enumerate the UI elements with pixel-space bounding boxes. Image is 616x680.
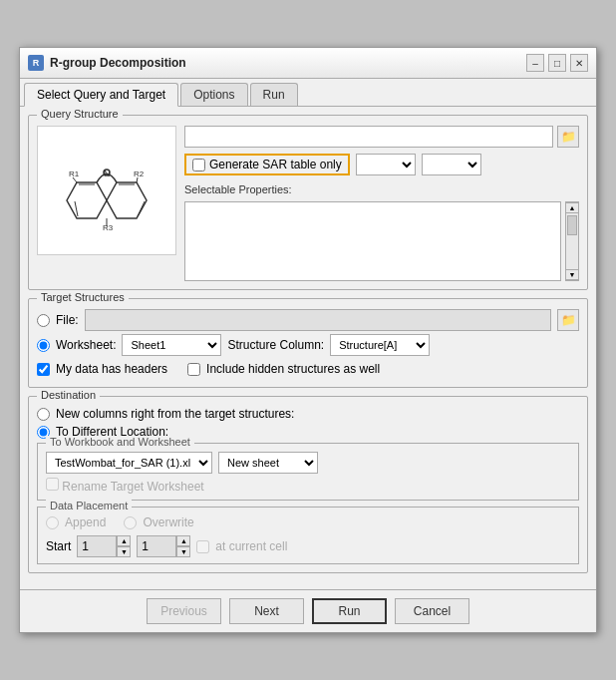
- workbook-worksheet-box: To Workbook and Worksheet TestWombat_for…: [37, 443, 579, 501]
- overwrite-radio[interactable]: [124, 516, 137, 529]
- svg-text:R2: R2: [134, 170, 145, 178]
- rename-target-checkbox[interactable]: [46, 478, 59, 491]
- svg-text:N: N: [104, 169, 111, 178]
- col-spinner-arrows: ▲ ▼: [117, 535, 131, 557]
- row-spinner-arrows: ▲ ▼: [176, 535, 190, 557]
- headers-checkbox[interactable]: [37, 363, 50, 376]
- start-label: Start: [46, 539, 71, 553]
- cancel-button[interactable]: Cancel: [395, 598, 469, 624]
- content-area: Query Structure: [20, 107, 596, 589]
- scroll-up-btn[interactable]: ▲: [565, 202, 579, 213]
- row-up-btn[interactable]: ▲: [176, 535, 190, 546]
- append-radio[interactable]: [46, 516, 59, 529]
- hidden-structures-label: Include hidden structures as well: [206, 362, 380, 376]
- append-overwrite-row: Append Overwrite: [46, 515, 570, 529]
- generate-sar-wrapper: Generate SAR table only: [184, 154, 350, 175]
- scroll-thumb[interactable]: [567, 215, 577, 235]
- generate-sar-row: Generate SAR table only: [184, 154, 579, 175]
- selectable-scrollbar[interactable]: ▲ ▼: [565, 201, 579, 281]
- tab-options[interactable]: Options: [180, 83, 247, 106]
- start-row-input[interactable]: 1: [137, 535, 176, 557]
- file-radio[interactable]: [37, 314, 50, 327]
- col-down-btn[interactable]: ▼: [117, 546, 131, 557]
- query-structure-label: Query Structure: [37, 108, 123, 120]
- data-placement-box: Data Placement Append Overwrite Start 1: [37, 507, 579, 564]
- window-title: R-group Decomposition: [50, 56, 186, 70]
- rename-row: Rename Target Worksheet: [46, 478, 570, 494]
- generate-sar-label: Generate SAR table only: [209, 158, 342, 171]
- svg-text:R1: R1: [69, 170, 80, 178]
- title-bar-left: R R-group Decomposition: [28, 55, 186, 71]
- headers-checkbox-row: My data has headers: [37, 362, 167, 376]
- previous-button[interactable]: Previous: [147, 598, 221, 624]
- worksheet-dropdown[interactable]: Sheet1: [122, 334, 221, 356]
- at-current-cell-label: at current cell: [215, 539, 287, 553]
- query-right-panel: 📁 Generate SAR table only: [184, 126, 579, 281]
- window-controls: – □ ✕: [526, 54, 588, 72]
- row-down-btn[interactable]: ▼: [176, 546, 190, 557]
- maximize-button[interactable]: □: [548, 54, 566, 72]
- sar-dropdown-1[interactable]: [356, 154, 416, 175]
- destination-group: Destination New columns right from the t…: [28, 396, 588, 573]
- minimize-button[interactable]: –: [526, 54, 544, 72]
- run-button[interactable]: Run: [312, 598, 387, 624]
- start-col-input[interactable]: 1: [77, 535, 117, 557]
- close-button[interactable]: ✕: [570, 54, 588, 72]
- next-button[interactable]: Next: [229, 598, 304, 624]
- selectable-properties-area: ▲ ▼: [184, 201, 579, 281]
- row-spinner: 1 ▲ ▼: [137, 535, 190, 557]
- sar-dropdown-2[interactable]: [422, 154, 481, 175]
- structure-column-dropdown[interactable]: Structure[A]: [330, 334, 430, 356]
- worksheet-label: Worksheet:: [56, 338, 116, 352]
- file-path-input[interactable]: [85, 309, 551, 331]
- scroll-down-btn[interactable]: ▼: [565, 269, 579, 280]
- worksheet-radio[interactable]: [37, 339, 50, 352]
- tab-run[interactable]: Run: [250, 83, 298, 106]
- workbook-row: TestWombat_for_SAR (1).xl New sheet Shee…: [46, 452, 570, 474]
- svg-marker-0: [67, 182, 107, 218]
- col-up-btn[interactable]: ▲: [117, 535, 131, 546]
- workbook-dropdown[interactable]: TestWombat_for_SAR (1).xl: [46, 452, 212, 474]
- append-label: Append: [65, 515, 106, 529]
- new-columns-row: New columns right from the target struct…: [37, 407, 579, 421]
- col-spinner: 1 ▲ ▼: [77, 535, 131, 557]
- tab-select-query-target[interactable]: Select Query and Target: [24, 83, 178, 107]
- selectable-properties-list[interactable]: [184, 201, 561, 281]
- start-row: Start 1 ▲ ▼ 1: [46, 535, 570, 557]
- svg-text:R3: R3: [103, 223, 114, 232]
- query-file-row: 📁: [184, 126, 579, 148]
- query-file-input[interactable]: [184, 126, 553, 148]
- target-browse-button[interactable]: 📁: [557, 309, 579, 331]
- header-row: My data has headers Include hidden struc…: [37, 359, 579, 379]
- bottom-bar: Previous Next Run Cancel: [20, 589, 596, 632]
- target-structures-label: Target Structures: [37, 291, 129, 303]
- sheet-dropdown[interactable]: New sheet Sheet1 Sheet2: [218, 452, 318, 474]
- query-structure-inner: N R1 R2 R3 📁: [37, 126, 579, 281]
- data-placement-title: Data Placement: [46, 500, 132, 511]
- worksheet-row: Worksheet: Sheet1 Structure Column: Stru…: [37, 334, 579, 356]
- rename-target-label: Rename Target Worksheet: [62, 480, 203, 494]
- destination-content: New columns right from the target struct…: [37, 407, 579, 564]
- workbook-worksheet-title: To Workbook and Worksheet: [46, 436, 194, 448]
- destination-label: Destination: [37, 389, 100, 401]
- tab-bar: Select Query and Target Options Run: [20, 79, 596, 107]
- new-columns-radio[interactable]: [37, 408, 50, 421]
- file-row: File: 📁: [37, 309, 579, 331]
- title-bar: R R-group Decomposition – □ ✕: [20, 48, 596, 79]
- main-window: R R-group Decomposition – □ ✕ Select Que…: [19, 47, 597, 633]
- molecule-svg: N R1 R2 R3: [47, 131, 166, 250]
- structure-column-label: Structure Column:: [227, 338, 324, 352]
- at-current-cell-checkbox[interactable]: [196, 540, 209, 553]
- file-label: File:: [56, 313, 79, 327]
- generate-sar-checkbox[interactable]: [192, 159, 205, 171]
- hidden-structures-checkbox[interactable]: [187, 363, 200, 376]
- query-browse-button[interactable]: 📁: [557, 126, 579, 148]
- overwrite-label: Overwrite: [143, 515, 193, 529]
- svg-line-5: [138, 201, 145, 216]
- app-icon: R: [28, 55, 44, 71]
- hidden-structures-row: Include hidden structures as well: [187, 362, 380, 376]
- new-columns-label: New columns right from the target struct…: [56, 407, 294, 421]
- svg-marker-3: [107, 182, 147, 218]
- headers-label: My data has headers: [56, 362, 167, 376]
- query-structure-group: Query Structure: [28, 115, 588, 290]
